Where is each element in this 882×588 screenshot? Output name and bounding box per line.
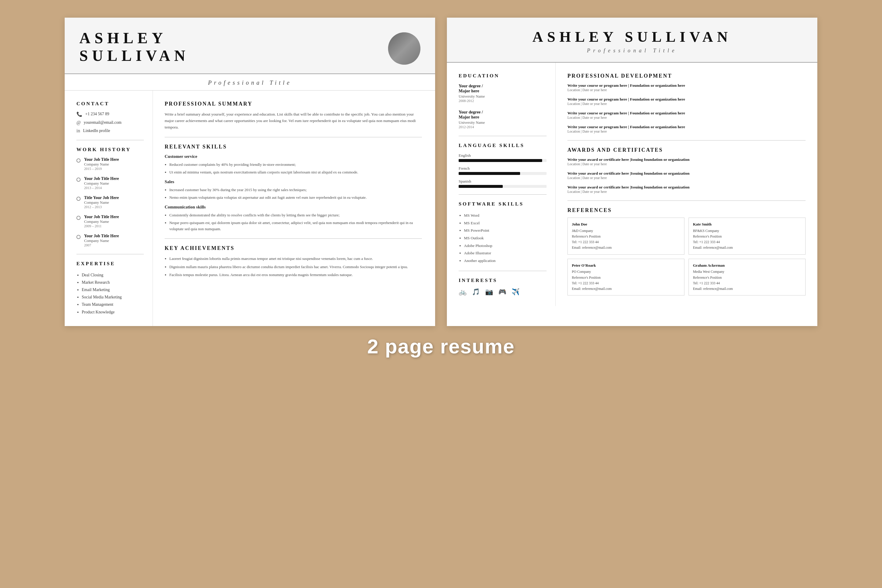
ref-tel: Tel: +1 222 333 44 xyxy=(693,280,801,286)
ref-company: BF&KS Company xyxy=(693,228,801,234)
prof-dev-title: Write your course or program here | Foun… xyxy=(567,83,806,88)
reference-card: Kate Smith BF&KS Company Reference's Pos… xyxy=(688,218,806,255)
work-info: Your Job Title Here Company Name 2007 xyxy=(84,234,119,248)
phone-icon: 📞 xyxy=(76,111,82,117)
summary-heading: PROFESSIONAL SUMMARY xyxy=(165,101,422,107)
page1-name-block: ASHLEY SULLIVAN xyxy=(80,29,189,64)
interests-icons: 🚲🎵📷🎮✈️ xyxy=(459,288,546,296)
education-item: Your degree /Major here University Name … xyxy=(459,110,546,129)
edu-degree: Your degree /Major here xyxy=(459,110,546,120)
software-item: MS Excel xyxy=(464,219,546,227)
achievements-heading: KEY ACHIEVEMENTS xyxy=(165,245,422,251)
lang-bar-fill xyxy=(459,159,542,162)
work-dates: 2012 – 2013 xyxy=(84,205,119,209)
ref-tel: Tel: +1 222 333 44 xyxy=(693,239,801,245)
work-dot xyxy=(76,196,81,201)
prof-dev-sub: Location | Date or year here xyxy=(567,102,806,106)
photo-placeholder xyxy=(388,32,420,64)
language-item: Spanish xyxy=(459,179,546,188)
language-heading: LANGUAGE SKILLS xyxy=(459,142,546,148)
page1-body: CONTACT 📞 +1 234 567 89 @ youremail@emai… xyxy=(64,90,435,326)
prof-dev-title: Write your course or program here | Foun… xyxy=(567,97,806,102)
ref-name: Graham Ackerman xyxy=(693,262,801,269)
page1-left-column: CONTACT 📞 +1 234 567 89 @ youremail@emai… xyxy=(64,90,153,326)
prof-dev-sub: Location | Date or year here xyxy=(567,88,806,92)
ref-email: Email: reference@mail.com xyxy=(572,286,680,292)
ref-name: Peter O'Roark xyxy=(572,262,680,269)
contact-heading: CONTACT xyxy=(76,101,144,107)
work-company: Company Name xyxy=(84,162,119,167)
award-item: Write your award or certificate here |Is… xyxy=(567,171,806,180)
page1-header: ASHLEY SULLIVAN xyxy=(64,18,435,74)
pages-container: ASHLEY SULLIVAN Professional Title CONTA… xyxy=(24,18,858,326)
work-dot xyxy=(76,159,81,163)
language-list: English French Spanish xyxy=(459,153,546,188)
language-item: English xyxy=(459,153,546,162)
work-entry: Your Job Title Here Company Name 2013 – … xyxy=(76,176,144,190)
page2-header: ASHLEY SULLIVAN Professional Title xyxy=(447,18,818,63)
work-history-heading: WORK HISTORY xyxy=(76,147,144,153)
interest-icon: 📷 xyxy=(485,288,493,296)
award-item: Write your award or certificate here |Is… xyxy=(567,157,806,166)
work-dot xyxy=(76,216,81,220)
page2-right-column: PROFESSIONAL DEVELOPMENT Write your cour… xyxy=(556,63,818,306)
ref-email: Email: reference@mail.com xyxy=(693,286,801,292)
work-dates: 2009 – 2011 xyxy=(84,224,119,228)
ref-name: John Doe xyxy=(572,221,680,228)
interest-icon: 🎵 xyxy=(472,288,480,296)
references-grid: John Doe J&D Company Reference's Positio… xyxy=(567,218,806,296)
work-history-list: Your Job Title Here Company Name 2015 – … xyxy=(76,157,144,248)
skill-bullet-item: Neque porro quisquam est, qui dolorem ip… xyxy=(170,220,422,232)
education-list: Your degree /Major here University Name … xyxy=(459,84,546,129)
work-title: Your Job Title Here xyxy=(84,157,119,162)
contact-linkedin[interactable]: in LinkedIn profile xyxy=(76,128,144,134)
ref-company: PO Company xyxy=(572,269,680,274)
education-heading: EDUCATION xyxy=(459,73,546,79)
interest-icon: 🎮 xyxy=(498,288,506,296)
skill-bullets: Consistently demonstrated the ability to… xyxy=(165,212,422,232)
skills-container: Customer serviceReduced customer complai… xyxy=(165,154,422,232)
skill-section-name: Sales xyxy=(165,179,422,184)
page1-title-bar: Professional Title xyxy=(64,74,435,90)
expertise-item: Team Management xyxy=(82,301,144,308)
work-title: Your Job Title Here xyxy=(84,214,119,219)
lang-bar-bg xyxy=(459,172,546,175)
ref-position: Reference's Position xyxy=(693,234,801,239)
awards-heading: AWARDS AND CERTIFICATES xyxy=(567,147,806,153)
edu-dates: 2008-2012 xyxy=(459,99,546,103)
work-entry: Your Job Title Here Company Name 2007 xyxy=(76,234,144,248)
software-item: MS Word xyxy=(464,212,546,219)
contact-email: @ youremail@email.com xyxy=(76,120,144,125)
work-dot xyxy=(76,178,81,182)
work-entry: Your Job Title Here Company Name 2015 – … xyxy=(76,157,144,171)
ref-email: Email: reference@mail.com xyxy=(572,245,680,250)
work-company: Company Name xyxy=(84,238,119,243)
work-dates: 2007 xyxy=(84,243,119,248)
achievement-item: Laoreet feugiat dignissim lobortis nulla… xyxy=(170,255,422,262)
lang-name: English xyxy=(459,153,546,158)
reference-card: Graham Ackerman Media West Company Refer… xyxy=(688,259,806,296)
skill-section-name: Customer service xyxy=(165,154,422,159)
prof-dev-item: Write your course or program here | Foun… xyxy=(567,111,806,120)
work-company: Company Name xyxy=(84,181,119,186)
expertise-list: Deal ClosingMarket ResearchEmail Marketi… xyxy=(76,272,144,316)
award-title: Write your award or certificate here |Is… xyxy=(567,157,806,162)
reference-card: Peter O'Roark PO Company Reference's Pos… xyxy=(567,259,684,296)
skill-bullets: Increased customer base by 30% during th… xyxy=(165,187,422,201)
work-dates: 2013 – 2014 xyxy=(84,186,119,190)
page1-right-column: PROFESSIONAL SUMMARY Write a brief summa… xyxy=(153,90,435,326)
award-sub: Location | Date or year here xyxy=(567,162,806,166)
skill-section: SalesIncreased customer base by 30% duri… xyxy=(165,179,422,201)
expertise-item: Product Knowledge xyxy=(82,308,144,316)
prof-dev-sub: Location | Date or year here xyxy=(567,129,806,134)
ref-tel: Tel: +1 222 333 44 xyxy=(572,239,680,245)
expertise-heading: EXPERTISE xyxy=(76,261,144,267)
software-item: Adobe Photoshop xyxy=(464,242,546,250)
expertise-item: Market Research xyxy=(82,279,144,286)
contact-phone: 📞 +1 234 567 89 xyxy=(76,111,144,117)
page2-subtitle: Professional Title xyxy=(462,48,802,54)
software-list: MS WordMS ExcelMS PowerPointMS OutlookAd… xyxy=(459,212,546,264)
bottom-banner: 2 page resume xyxy=(367,335,515,358)
ref-tel: Tel: +1 222 333 44 xyxy=(572,280,680,286)
award-sub: Location | Date or year here xyxy=(567,176,806,180)
